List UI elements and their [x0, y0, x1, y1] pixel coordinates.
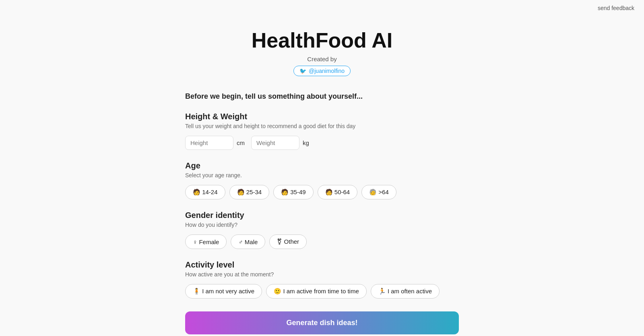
activity-options: 🧍 I am not very active 🙂 I am active fro…	[185, 284, 459, 299]
gender-option-male[interactable]: ♂ Male	[231, 234, 265, 249]
age-option-35-49[interactable]: 🧑 35-49	[273, 185, 314, 199]
gender-subtitle: How do you identify?	[185, 222, 459, 228]
generate-button[interactable]: Generate dish ideas!	[185, 311, 459, 334]
activity-option-not-active[interactable]: 🧍 I am not very active	[185, 284, 262, 299]
height-weight-section: Height & Weight Tell us your weight and …	[185, 112, 459, 150]
gender-options: ♀ Female ♂ Male ⚧ Other	[185, 234, 459, 249]
activity-section: Activity level How active are you at the…	[185, 260, 459, 299]
twitter-icon: 🐦	[299, 68, 306, 74]
height-input[interactable]	[185, 136, 233, 150]
created-by-label: Created by	[307, 56, 336, 62]
age-option-50-64[interactable]: 🧑 50-64	[318, 185, 358, 199]
intro-text: Before we begin, tell us something about…	[185, 92, 459, 101]
gender-title: Gender identity	[185, 211, 459, 220]
age-option-25-34[interactable]: 🧑 25-34	[229, 185, 270, 199]
activity-subtitle: How active are you at the moment?	[185, 271, 459, 278]
app-title: HealthFood AI	[252, 28, 393, 52]
age-title: Age	[185, 161, 459, 170]
activity-option-sometimes-active[interactable]: 🙂 I am active from time to time	[266, 284, 367, 299]
main-container: HealthFood AI Created by 🐦 @juanimolfino…	[0, 16, 644, 336]
activity-title: Activity level	[185, 260, 459, 270]
twitter-handle: @juanimolfino	[309, 68, 345, 74]
gender-option-other[interactable]: ⚧ Other	[269, 234, 307, 249]
weight-input-group: kg	[251, 136, 309, 150]
age-option-over-64[interactable]: 🧓 >64	[361, 185, 396, 199]
form-section: Before we begin, tell us something about…	[185, 92, 459, 334]
age-option-14-24[interactable]: 🧑 14-24	[185, 185, 225, 199]
age-options: 🧑 14-24 🧑 25-34 🧑 35-49 🧑 50-64 🧓 >64	[185, 185, 459, 199]
age-section: Age Select your age range. 🧑 14-24 🧑 25-…	[185, 161, 459, 199]
height-weight-title: Height & Weight	[185, 112, 459, 121]
gender-section: Gender identity How do you identify? ♀ F…	[185, 211, 459, 249]
twitter-badge[interactable]: 🐦 @juanimolfino	[293, 66, 351, 76]
weight-input[interactable]	[251, 136, 299, 150]
height-unit: cm	[237, 139, 245, 146]
gender-option-female[interactable]: ♀ Female	[185, 234, 227, 249]
hw-row: cm kg	[185, 136, 459, 150]
activity-option-often-active[interactable]: 🏃 I am often active	[371, 284, 440, 299]
age-subtitle: Select your age range.	[185, 172, 459, 178]
top-bar: send feedback	[0, 0, 644, 16]
send-feedback-link[interactable]: send feedback	[598, 5, 634, 11]
height-weight-subtitle: Tell us your weight and height to recomm…	[185, 123, 459, 129]
weight-unit: kg	[303, 139, 309, 146]
height-input-group: cm	[185, 136, 245, 150]
